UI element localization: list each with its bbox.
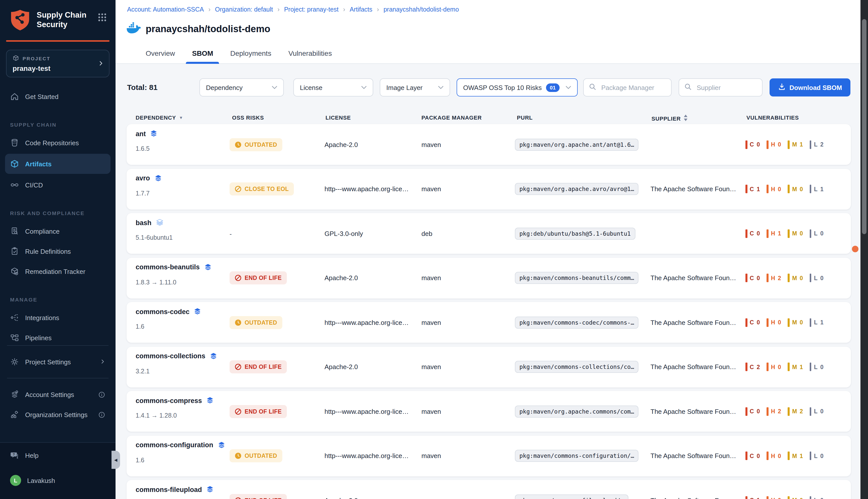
table-row[interactable]: avro 1.7.7 <box>127 169 851 209</box>
filter-dropdown[interactable]: OWASP OSS Top 10 Risks 01 <box>457 78 578 97</box>
purl-value[interactable]: pkg:maven/org.apache.ant/ant@1.6… <box>515 138 639 150</box>
info-icon[interactable] <box>98 411 106 418</box>
breadcrumb-link[interactable]: Project: pranay-test <box>273 6 338 13</box>
dependency-name: commons-codec <box>136 308 190 315</box>
critical-count: C0 <box>745 273 760 282</box>
sidebar-item-help[interactable]: ? Help <box>0 445 115 465</box>
purl-value[interactable]: pkg:maven/commons-collections/co… <box>515 361 639 373</box>
license-cell: http---www.apache.org-lice… <box>324 319 418 326</box>
medium-count: M0 <box>788 229 803 238</box>
sidebar-collapse-handle[interactable]: ◀ <box>112 451 120 469</box>
license-cell: http---www.apache.org-lice… <box>324 452 418 460</box>
table-row[interactable]: commons-codec 1.6 <box>127 302 851 343</box>
sidebar-item-organization-settings[interactable]: Organization Settings <box>0 404 115 425</box>
project-selector[interactable]: PROJECT pranay-test <box>6 50 110 77</box>
tab[interactable]: Vulnerabilities <box>282 49 338 64</box>
shield-logo-icon <box>10 9 30 33</box>
sidebar-item-code-repositories[interactable]: </> Code Repositories <box>0 133 115 153</box>
package-manager-cell: maven <box>421 407 441 415</box>
sidebar-item-get-started[interactable]: Get Started <box>0 86 115 107</box>
dependency-name: commons-fileupload <box>136 486 202 493</box>
svg-text:</>: </> <box>13 142 16 145</box>
breadcrumb-link[interactable]: Organization: default <box>204 6 273 13</box>
vulnerabilities-cell: C0 H2 M0 L0 <box>745 273 830 282</box>
download-sbom-button[interactable]: Download SBOM <box>770 78 851 97</box>
critical-count: C0 <box>745 140 760 149</box>
breadcrumb-link[interactable]: Artifacts <box>338 6 372 13</box>
purl-value[interactable]: pkg:maven/org.apache.commons/com… <box>515 405 639 417</box>
dependency-cell: commons-fileupload <box>136 485 214 499</box>
supplier-cell: The Apache Software Foun… <box>650 452 746 460</box>
sbom-table: ant 1.6.5 <box>127 124 851 499</box>
filter-count-badge: 01 <box>546 83 560 92</box>
sidebar-item-project-settings[interactable]: Project Settings <box>0 352 115 372</box>
high-count: H1 <box>767 229 781 238</box>
sidebar-item-compliance[interactable]: Compliance <box>0 221 115 241</box>
sidebar-item-account-settings[interactable]: Account Settings <box>0 385 115 404</box>
gear-icon <box>10 357 19 366</box>
info-icon[interactable] <box>98 391 106 398</box>
apps-grid-icon[interactable] <box>98 13 107 24</box>
tab[interactable]: Deployments <box>224 49 277 64</box>
ban-icon <box>235 185 241 193</box>
column-header-dependency[interactable]: DEPENDENCY ▼ <box>136 114 183 121</box>
purl-value[interactable]: pkg:maven/commons-codec/commons-… <box>515 316 639 328</box>
dependency-name: commons-beanutils <box>136 263 200 271</box>
dependency-cell: ant 1.6.5 <box>136 130 158 152</box>
critical-count: C1 <box>745 496 760 499</box>
ban-icon <box>235 275 241 281</box>
vulnerabilities-cell: C0 H0 M0 L1 <box>745 318 830 327</box>
scrollbar[interactable] <box>860 0 868 499</box>
high-count: H0 <box>767 496 781 499</box>
chevron-right-icon <box>100 358 106 366</box>
high-count: H2 <box>767 407 781 416</box>
breadcrumb-link[interactable]: pranaycshah/todolist-demo <box>372 6 459 13</box>
table-row[interactable]: commons-configuration 1.6 <box>127 436 851 476</box>
purl-cell: pkg:maven/commons-fileupload/… <box>515 494 628 499</box>
oss-risk-cell: OUTDATED <box>230 316 282 329</box>
app-window: Supply Chain Security PROJECT pranay-tes… <box>0 0 868 499</box>
tab[interactable]: SBOM <box>186 49 219 64</box>
purl-value[interactable]: pkg:maven/commons-beanutils/comm… <box>515 272 639 284</box>
purl-value[interactable]: pkg:maven/commons-fileupload/… <box>515 494 628 499</box>
sidebar-footer: ? Help L Lavakush <box>0 442 115 499</box>
filter-dropdown[interactable]: Image Layer <box>380 78 450 97</box>
purl-value[interactable]: pkg:deb/ubuntu/bash@5.1-6ubuntu1 <box>515 227 635 240</box>
tab[interactable]: Overview <box>140 49 181 64</box>
table-row[interactable]: commons-collections 3.2.1 <box>127 346 851 387</box>
sidebar-item-artifacts[interactable]: Artifacts <box>5 154 111 174</box>
purl-value[interactable]: pkg:maven/commons-configuration/… <box>515 450 639 462</box>
package-manager-search-input[interactable] <box>600 83 666 92</box>
license-cell: Apache-2.0 <box>324 274 418 282</box>
column-header-vulnerabilities: VULNERABILITIES <box>746 114 799 121</box>
sidebar-item-rule-definitions[interactable]: Rule Definitions <box>0 241 115 261</box>
scrollbar-thumb[interactable] <box>862 19 867 234</box>
purl-cell: pkg:maven/org.apache.avro/avro@1… <box>515 183 639 195</box>
sidebar-item-cicd[interactable]: CI/CD <box>0 175 115 195</box>
breadcrumb-link[interactable]: Account: Automation-SSCA <box>127 6 204 13</box>
filter-dropdown[interactable]: License <box>293 78 373 97</box>
home-icon <box>10 92 19 101</box>
oss-risk-badge: END OF LIFE <box>230 494 287 499</box>
table-row[interactable]: bash 5.1-6ubuntu1 <box>127 213 851 254</box>
sidebar-item-integrations[interactable]: Integrations <box>0 307 115 328</box>
supplier-search-input[interactable] <box>696 83 757 92</box>
tab-bar: OverviewSBOMDeploymentsVulnerabilities <box>140 49 338 64</box>
divider <box>7 378 109 378</box>
oss-risk-badge: END OF LIFE <box>230 271 287 284</box>
column-header-supplier[interactable]: SUPPLIER <box>652 114 688 122</box>
low-count: L1 <box>810 318 824 327</box>
vulnerabilities-cell: C0 H0 M1 L0 <box>745 451 830 460</box>
layers-icon <box>150 130 158 138</box>
sidebar-item-remediation-tracker[interactable]: Remediation Tracker <box>0 261 115 281</box>
user-profile[interactable]: L Lavakush <box>0 470 115 490</box>
filter-dropdown[interactable]: Dependency <box>199 78 284 97</box>
purl-value[interactable]: pkg:maven/org.apache.avro/avro@1… <box>515 183 639 195</box>
table-row[interactable]: commons-compress 1.4.1 → 1.28.0 <box>127 391 851 432</box>
chevron-down-icon <box>272 86 277 89</box>
license-cell: Apache-2.0 <box>324 363 418 370</box>
table-row[interactable]: ant 1.6.5 <box>127 124 851 165</box>
artifacts-cube-icon <box>10 159 19 168</box>
table-row[interactable]: commons-fileupload <box>127 480 851 499</box>
table-row[interactable]: commons-beanutils 1.8.3 → 1.11.0 <box>127 257 851 298</box>
